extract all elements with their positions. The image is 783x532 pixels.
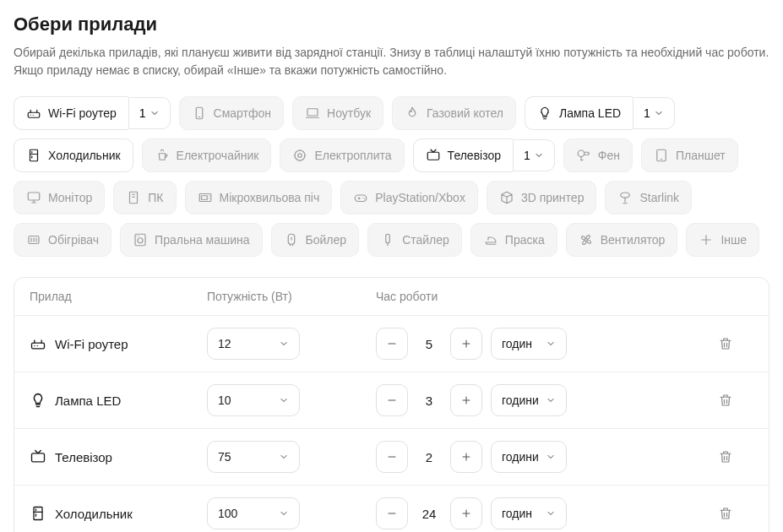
chip-flame[interactable]: Газовий котел [392,96,516,130]
chip-tablet[interactable]: Планшет [641,138,738,172]
increment-button[interactable] [450,384,482,416]
device-cell: Wi-Fi роутер [30,335,207,352]
delete-button[interactable] [711,386,740,415]
washer-icon [133,232,148,247]
chevron-down-icon [546,452,556,462]
power-select[interactable]: 75 [207,441,300,473]
time-value: 24 [416,507,442,521]
chip-iron[interactable]: Праска [470,223,557,257]
page-title: Обери прилади [14,14,769,35]
delete-button[interactable] [711,442,740,471]
page-subtitle: Обирай декілька приладів, які плануєш жи… [14,44,769,79]
fridge-icon [30,505,46,522]
chip-label: Стайлер [402,233,449,247]
table-row: Wi-Fi роутер 12 5 годин [14,315,769,372]
device-label: Wi-Fi роутер [55,337,128,351]
chip-label: Ноутбук [327,106,371,120]
chip-laptop[interactable]: Ноутбук [292,96,383,130]
chip-heater[interactable]: Обігрівач [14,223,111,257]
flame-icon [405,106,420,121]
unit-select[interactable]: години [491,384,567,416]
chip-printer3d[interactable]: 3D принтер [487,181,597,214]
chip-label: Праска [505,233,545,247]
chip-label: 3D принтер [521,191,585,204]
increment-button[interactable] [450,497,482,529]
decrement-button[interactable] [376,328,408,360]
chip-fridge[interactable]: Холодильник [14,138,133,172]
decrement-button[interactable] [376,441,408,473]
chip-washer[interactable]: Пральна машина [120,223,263,257]
increment-button[interactable] [450,328,482,360]
unit-label: години [502,450,539,464]
device-label: Лампа LED [55,394,121,408]
table-header: Прилад Потужність (Вт) Час роботи [14,278,769,315]
device-label: Холодильник [55,507,133,521]
chevron-down-icon [279,452,289,462]
chip-stove[interactable]: Електроплита [280,138,404,172]
chip-label: Електроплита [314,149,391,162]
chip-label: Планшет [676,149,726,162]
chip-kettle[interactable]: Електрочайник [142,138,272,172]
power-select[interactable]: 100 [207,497,300,529]
decrement-button[interactable] [376,497,408,529]
chip-plus[interactable]: Інше [686,223,759,257]
device-label: Телевізор [55,450,112,464]
chip-hairdryer[interactable]: Фен [563,138,633,172]
decrement-button[interactable] [376,384,408,416]
col-time: Час роботи [376,290,711,303]
chip-count-tv[interactable]: 1 [513,139,555,171]
device-cell: Телевізор [30,448,207,465]
chip-count-router[interactable]: 1 [128,97,171,129]
chip-label: Газовий котел [427,106,503,120]
tablet-icon [654,148,669,163]
unit-select[interactable]: години [491,441,567,473]
bulb-icon [30,392,46,409]
increment-button[interactable] [450,441,482,473]
table-row: Телевізор 75 2 години [14,428,769,485]
count-value: 1 [139,106,146,120]
device-cell: Холодильник [30,505,207,522]
power-select[interactable]: 12 [207,328,300,360]
chip-label: Мікрохвильова піч [220,191,320,204]
chevron-down-icon [279,508,289,518]
chip-boiler[interactable]: Бойлер [271,223,360,257]
power-value: 10 [218,394,231,407]
heater-icon [26,232,41,247]
table-row: Холодильник 100 24 годин [14,485,769,532]
chip-tv[interactable]: Телевізор [413,138,513,172]
unit-label: години [502,394,539,407]
smartphone-icon [192,106,207,121]
chip-smartphone[interactable]: Смартфон [179,96,284,130]
chip-fan[interactable]: Вентилятор [566,223,678,257]
chip-count-bulb[interactable]: 1 [633,97,675,129]
router-icon [30,335,46,352]
chip-monitor[interactable]: Монітор [14,181,105,214]
chevron-down-icon [546,339,556,349]
power-value: 100 [218,507,237,520]
power-select[interactable]: 10 [207,384,300,416]
chip-gamepad[interactable]: PlayStation/Xbox [340,181,478,214]
chip-styler[interactable]: Стайлер [367,223,462,257]
laptop-icon [305,106,320,121]
device-cell: Лампа LED [30,392,207,409]
table-row: Лампа LED 10 3 години [14,372,769,428]
chip-label: Starlink [639,191,679,204]
chip-label: Пральна машина [155,233,250,247]
chip-router[interactable]: Wi-Fi роутер [14,96,128,130]
chip-starlink[interactable]: Starlink [605,181,692,214]
chip-bulb[interactable]: Лампа LED [525,96,633,130]
chip-microwave[interactable]: Мікрохвильова піч [185,181,333,214]
tv-icon [426,148,441,163]
unit-select[interactable]: годин [491,497,567,529]
chevron-down-icon [150,108,160,118]
delete-button[interactable] [711,329,740,358]
count-value: 1 [524,149,530,162]
gamepad-icon [353,190,368,205]
chip-label: PlayStation/Xbox [375,191,465,204]
chip-pc[interactable]: ПК [113,181,176,214]
printer3d-icon [499,190,514,205]
chevron-down-icon [546,508,556,518]
delete-button[interactable] [711,499,740,528]
chip-label: Телевізор [448,149,501,162]
unit-select[interactable]: годин [491,328,567,360]
